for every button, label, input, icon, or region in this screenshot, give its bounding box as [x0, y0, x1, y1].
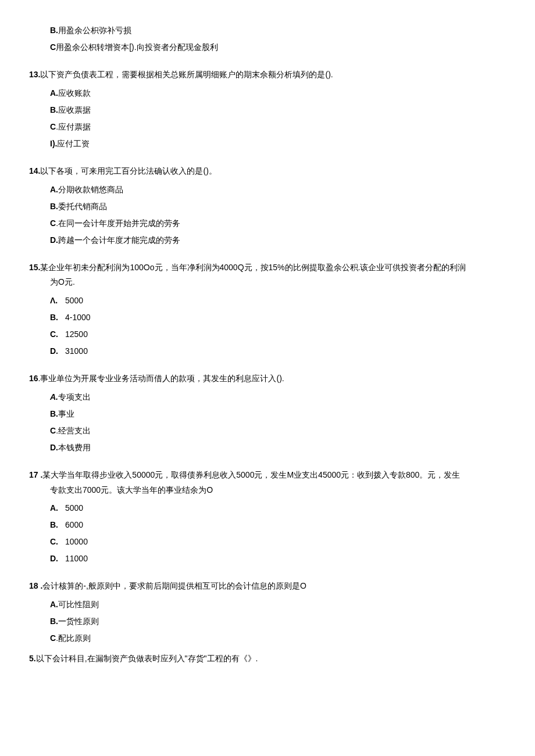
option-label: A.	[50, 185, 58, 194]
question-17: 17 .某大学当年取得步业收入50000元，取得债券利息收入5000元，发生M业…	[29, 468, 506, 497]
option-text: 11000	[65, 554, 88, 563]
option-c: C.10000	[50, 535, 506, 549]
option-text: 一货性原则	[58, 617, 99, 626]
option-label: B.	[50, 26, 58, 35]
option-b: B.4-1000	[50, 310, 506, 325]
option-label: C	[50, 42, 56, 52]
option-d: D.31000	[50, 344, 506, 359]
option-c: C.在同一会计年度开始并完成的劳务	[50, 216, 506, 231]
option-text: .应付票据	[56, 122, 91, 131]
question-text: 以下各项，可来用完工百分比法确认收入的是()。	[40, 166, 216, 175]
option-label: B.	[50, 518, 65, 532]
option-text: 5000	[65, 296, 83, 305]
question-14: 14.以下各项，可来用完工百分比法确认收入的是()。	[29, 164, 506, 178]
option-text: .经营支出	[56, 426, 91, 435]
question-number: 17 .	[29, 470, 42, 479]
q16-options: A.专项支出 B.事业 C.经营支出 D.本钱费用	[50, 390, 506, 456]
top-partial-options: B.用盈余公枳弥补亏损 C用盈余公枳转增资本[).向投资者分配现金股利	[50, 23, 506, 55]
option-a: A.专项支出	[50, 390, 506, 404]
option-d: D.11000	[50, 551, 506, 566]
option-b: B.用盈余公枳弥补亏损	[50, 23, 506, 38]
q14-options: A.分期收款销悠商品 B.委托代销商品 C.在同一会计年度开始并完成的劳务 D.…	[50, 182, 506, 248]
question-text: 以下资产负债表工程，需要根据相关总账所属明细账户的期末佘额分析填列的是().	[40, 70, 333, 79]
option-a: A.分期收款销悠商品	[50, 182, 506, 197]
option-label: C	[50, 633, 56, 643]
option-label: B.	[50, 409, 58, 418]
question-15: 15.某企业年初未分配利润为100Oo元，当年净利润为4000Q元，按15%的比…	[29, 260, 506, 289]
question-text-cont: 为O元.	[50, 275, 506, 289]
question-5: 5.以下会计科目,在漏制资产负做表时应列入"存货"工程的有《》.	[29, 651, 506, 666]
option-text: 跨越一个会计年度才能完成的劳务	[58, 235, 180, 245]
question-number: 16	[29, 374, 38, 383]
option-label: C.	[50, 327, 65, 342]
option-d: D.本钱费用	[50, 440, 506, 455]
option-text: 可比性阻则	[58, 600, 99, 609]
option-text: 应收票据	[58, 105, 91, 114]
option-a: A.可比性阻则	[50, 597, 506, 612]
option-label: C	[50, 426, 56, 435]
option-a: A.应收账款	[50, 86, 506, 101]
option-label: A.	[50, 600, 58, 609]
option-c: C.配比原则	[50, 631, 506, 646]
option-text: 事业	[58, 409, 74, 418]
q17-options: A.5000 B.6000 C.10000 D.11000	[50, 501, 506, 567]
option-c: C.经营支出	[50, 424, 506, 438]
option-label: C	[50, 218, 56, 228]
option-label: B.	[50, 202, 58, 211]
option-d: I).应付工资	[50, 137, 506, 151]
option-label: A.	[50, 392, 58, 402]
option-label: D.	[50, 235, 58, 245]
question-number: 18 .	[29, 581, 42, 590]
question-text: 某大学当年取得步业收入50000元，取得债券利息收入5000元，发生M业支出45…	[42, 470, 460, 479]
option-b: B.一货性原则	[50, 614, 506, 629]
option-label: D.	[50, 443, 58, 452]
option-text: 委托代销商品	[58, 202, 107, 211]
question-number: 15.	[29, 263, 40, 272]
option-text: 用盈余公枳弥补亏损	[58, 26, 131, 35]
question-text: 以下会计科目,在漏制资产负做表时应列入"存货"工程的有《》.	[36, 654, 258, 663]
option-text: .在同一会计年度开始并完成的劳务	[56, 218, 180, 228]
option-text: 分期收款销悠商品	[58, 185, 123, 194]
question-13: 13.以下资产负债表工程，需要根据相关总账所属明细账户的期末佘额分析填列的是()…	[29, 67, 506, 82]
question-18: 18 .会计核算的-,般原则中，要求前后期间提供相互可比的会计信息的原则是O	[29, 579, 506, 593]
question-number: 5.	[29, 654, 36, 663]
option-label: C.	[50, 535, 65, 549]
option-text: 31000	[65, 346, 88, 356]
option-text: 用盈余公枳转增资本[).向投资者分配现金股利	[56, 42, 217, 52]
option-c: C.应付票据	[50, 120, 506, 134]
option-text: 本钱费用	[58, 443, 91, 452]
option-b: B.6000	[50, 518, 506, 532]
question-text: 会计核算的-,般原则中，要求前后期间提供相互可比的会计信息的原则是O	[42, 581, 306, 590]
option-a: Λ.5000	[50, 293, 506, 308]
option-text: 4-1000	[65, 313, 91, 322]
q15-options: Λ.5000 B.4-1000 C.12500 D.31000	[50, 293, 506, 359]
option-label: D.	[50, 344, 65, 359]
option-b: B.事业	[50, 407, 506, 421]
option-d: D.跨越一个会计年度才能完成的劳务	[50, 233, 506, 248]
option-text: 应收账款	[58, 88, 91, 98]
option-label: A.	[50, 501, 65, 515]
question-16: 16.事业单位为开展专业业务活动而借人的款项，其发生的利息应计入().	[29, 371, 506, 386]
option-a: A.5000	[50, 501, 506, 515]
option-label: I).	[50, 139, 57, 148]
question-text-cont: 专款支出7000元。该大学当年的事业结余为O	[50, 483, 506, 497]
option-label: D.	[50, 551, 65, 566]
option-label: B.	[50, 310, 65, 325]
question-number: 14.	[29, 166, 40, 175]
option-label: B.	[50, 105, 58, 114]
q13-options: A.应收账款 B.应收票据 C.应付票据 I).应付工资	[50, 86, 506, 152]
option-label: A.	[50, 88, 58, 98]
question-text: .事业单位为开展专业业务活动而借人的款项，其发生的利息应计入().	[38, 374, 284, 383]
question-number: 13.	[29, 70, 40, 79]
option-text: 5000	[65, 503, 83, 513]
question-text: 某企业年初未分配利润为100Oo元，当年净利润为4000Q元，按15%的比例提取…	[40, 263, 466, 272]
option-c: C.12500	[50, 327, 506, 342]
q18-options: A.可比性阻则 B.一货性原则 C.配比原则	[50, 597, 506, 646]
option-text: 12500	[65, 329, 88, 339]
option-text: 10000	[65, 537, 88, 546]
option-c: C用盈余公枳转增资本[).向投资者分配现金股利	[50, 40, 506, 55]
option-text: 6000	[65, 520, 83, 529]
option-b: B.应收票据	[50, 103, 506, 117]
option-text: .配比原则	[56, 633, 91, 643]
option-text: 专项支出	[58, 392, 91, 402]
